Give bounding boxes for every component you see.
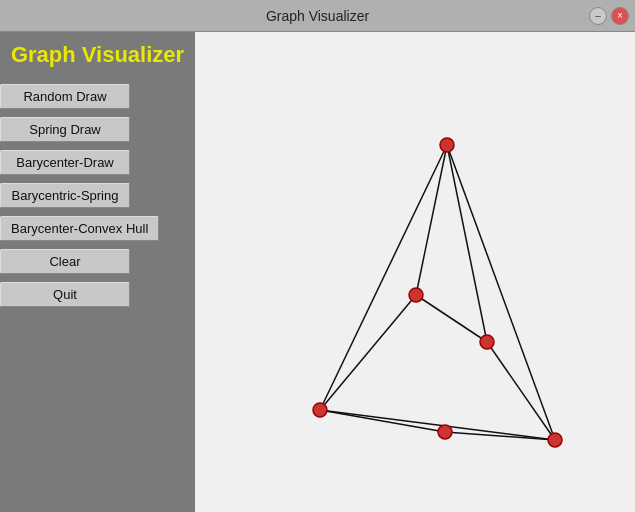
spring-draw-button[interactable]: Spring Draw (0, 117, 130, 142)
graph-edge (320, 410, 445, 432)
graph-edge (320, 295, 416, 410)
main-layout: Graph Visualizer Random DrawSpring DrawB… (0, 32, 635, 512)
window-controls[interactable]: – × (589, 7, 629, 25)
barycentric-spring-button[interactable]: Barycentric-Spring (0, 183, 130, 208)
graph-node[interactable] (480, 335, 494, 349)
graph-edge (416, 145, 447, 295)
window-title: Graph Visualizer (266, 8, 369, 24)
graph-edge (320, 410, 555, 440)
canvas-area (195, 32, 635, 512)
barycenter-convex-hull-button[interactable]: Barycenter-Convex Hull (0, 216, 159, 241)
sidebar-buttons: Random DrawSpring DrawBarycenter-DrawBar… (0, 84, 195, 315)
graph-node[interactable] (548, 433, 562, 447)
graph-edge (487, 342, 555, 440)
app-title: Graph Visualizer (11, 42, 184, 68)
graph-node[interactable] (438, 425, 452, 439)
graph-edge (320, 145, 447, 410)
barycenter-draw-button[interactable]: Barycenter-Draw (0, 150, 130, 175)
graph-node[interactable] (440, 138, 454, 152)
close-button[interactable]: × (611, 7, 629, 25)
graph-node[interactable] (313, 403, 327, 417)
random-draw-button[interactable]: Random Draw (0, 84, 130, 109)
titlebar: Graph Visualizer – × (0, 0, 635, 32)
graph-svg (195, 32, 635, 512)
minimize-button[interactable]: – (589, 7, 607, 25)
graph-node[interactable] (409, 288, 423, 302)
graph-edge (447, 145, 555, 440)
graph-edge (447, 145, 487, 342)
sidebar: Graph Visualizer Random DrawSpring DrawB… (0, 32, 195, 512)
clear-button[interactable]: Clear (0, 249, 130, 274)
graph-edge (416, 295, 487, 342)
quit-button[interactable]: Quit (0, 282, 130, 307)
